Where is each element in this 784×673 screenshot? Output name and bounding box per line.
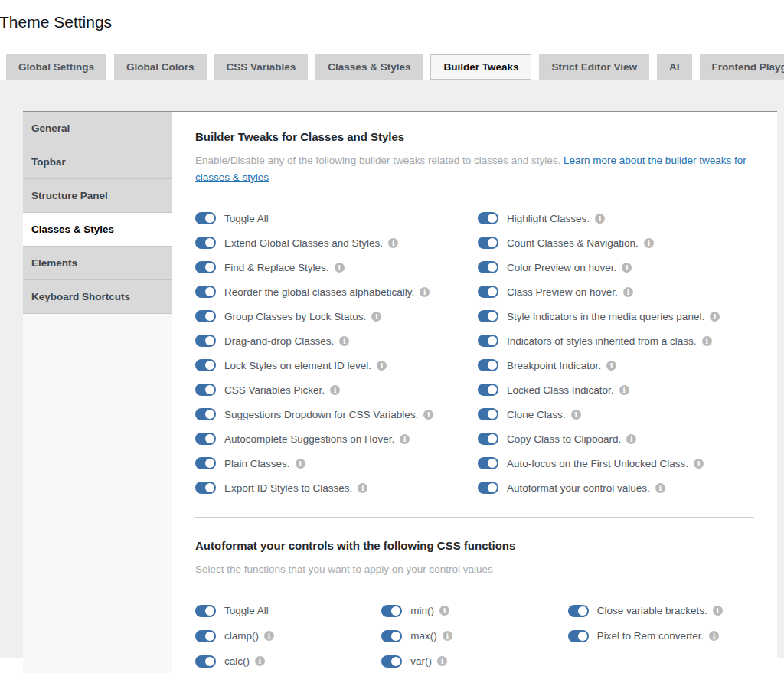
toggle-switch[interactable] <box>195 335 216 347</box>
toggle-label: Suggestions Dropdown for CSS Variables. <box>224 409 418 420</box>
info-icon[interactable]: i <box>595 214 605 224</box>
toggle-switch[interactable] <box>478 237 498 249</box>
toggle-label: Highlight Classes. <box>507 213 590 224</box>
sidebar-item-keyboard-shortcuts[interactable]: Keyboard Shortcuts <box>23 280 172 314</box>
toggle-label: Count Classes & Navigation. <box>507 237 639 249</box>
toggle-switch[interactable] <box>478 433 498 445</box>
tab-global-settings[interactable]: Global Settings <box>6 54 106 80</box>
toggle-row-export-id-styles-to-classes: Export ID Styles to Classes.i <box>195 475 472 500</box>
toggle-switch[interactable] <box>195 310 216 322</box>
toggle-switch[interactable] <box>195 212 216 224</box>
info-icon[interactable]: i <box>437 656 447 666</box>
toggle-row-reorder-the-global-classes-alphabetically: Reorder the global classes alphabeticall… <box>195 279 472 304</box>
info-icon[interactable]: i <box>377 361 387 371</box>
sidebar-item-structure-panel[interactable]: Structure Panel <box>23 179 172 213</box>
autoformat-section: Autoformat your controls with the follow… <box>195 539 754 673</box>
info-icon[interactable]: i <box>702 336 712 346</box>
toggle-switch[interactable] <box>195 237 216 249</box>
sidebar-item-topbar[interactable]: Topbar <box>23 145 172 179</box>
info-icon[interactable]: i <box>330 385 340 395</box>
toggle-label: Drag-and-drop Classes. <box>224 335 334 347</box>
toggle-switch[interactable] <box>478 335 498 347</box>
settings-content: Builder Tweaks for Classes and Styles En… <box>172 112 777 673</box>
sidebar-item-general[interactable]: General <box>23 112 172 145</box>
toggle-switch[interactable] <box>381 630 402 642</box>
toggle-switch[interactable] <box>478 359 498 371</box>
info-icon[interactable]: i <box>713 606 723 616</box>
tab-builder-tweaks[interactable]: Builder Tweaks <box>430 54 531 80</box>
toggle-row-plain-classes: Plain Classes.i <box>195 451 472 475</box>
toggle-switch[interactable] <box>195 655 216 668</box>
toggle-row-close-variable-brackets: Close variable brackets.i <box>568 598 754 623</box>
info-icon[interactable]: i <box>388 238 398 248</box>
tab-ai[interactable]: AI <box>657 54 692 80</box>
info-icon[interactable]: i <box>619 385 629 395</box>
tab-css-variables[interactable]: CSS Variables <box>214 54 309 80</box>
toggle-switch[interactable] <box>195 433 216 445</box>
toggle-switch[interactable] <box>195 286 216 298</box>
toggle-label: Toggle All <box>224 213 269 224</box>
toggle-switch[interactable] <box>568 605 589 617</box>
autoformat-toggle-grid: Toggle Allclamp()icalc()imin()imax()ivar… <box>195 598 754 673</box>
info-icon[interactable]: i <box>439 606 449 616</box>
info-icon[interactable]: i <box>623 287 633 297</box>
toggle-switch[interactable] <box>478 408 498 420</box>
toggle-switch[interactable] <box>478 384 498 396</box>
toggle-label: Color Preview on hover. <box>507 262 616 273</box>
tab-strict-editor-view[interactable]: Strict Editor View <box>539 54 649 80</box>
toggle-switch[interactable] <box>381 605 402 617</box>
toggle-switch[interactable] <box>195 482 216 494</box>
toggle-label: var() <box>410 655 432 667</box>
info-icon[interactable]: i <box>626 434 636 444</box>
info-icon[interactable]: i <box>709 631 719 641</box>
section-description: Enable/Disable any of the following buil… <box>195 152 754 186</box>
info-icon[interactable]: i <box>339 336 349 346</box>
toggle-knob <box>205 361 214 370</box>
toggle-label: Group Classes by Lock Status. <box>224 311 366 322</box>
toggle-switch[interactable] <box>478 261 498 273</box>
info-icon[interactable]: i <box>255 656 265 666</box>
info-icon[interactable]: i <box>655 483 665 493</box>
sidebar-item-classes-styles[interactable]: Classes & Styles <box>23 213 172 247</box>
toggle-knob <box>205 263 214 272</box>
toggle-switch[interactable] <box>478 212 498 224</box>
toggle-switch[interactable] <box>195 359 216 371</box>
toggle-switch[interactable] <box>478 310 498 322</box>
toggle-switch[interactable] <box>195 457 216 469</box>
info-icon[interactable]: i <box>400 434 410 444</box>
toggle-switch[interactable] <box>478 457 498 469</box>
toggle-switch[interactable] <box>195 384 216 396</box>
toggle-switch[interactable] <box>478 286 498 298</box>
toggle-switch[interactable] <box>568 630 589 642</box>
toggle-switch[interactable] <box>478 482 498 494</box>
toggle-knob <box>488 410 497 419</box>
info-icon[interactable]: i <box>443 631 452 641</box>
tab-classes-styles[interactable]: Classes & Styles <box>315 54 423 80</box>
info-icon[interactable]: i <box>296 459 305 469</box>
info-icon[interactable]: i <box>264 631 274 641</box>
toggle-row-min: min()i <box>381 598 567 623</box>
sidebar-item-elements[interactable]: Elements <box>23 247 172 280</box>
info-icon[interactable]: i <box>644 238 654 248</box>
info-icon[interactable]: i <box>423 410 433 420</box>
info-icon[interactable]: i <box>371 312 381 322</box>
toggle-switch[interactable] <box>195 261 216 273</box>
section-description-text: Enable/Disable any of the following buil… <box>195 155 564 166</box>
toggle-switch[interactable] <box>195 408 216 420</box>
info-icon[interactable]: i <box>358 483 368 493</box>
toggle-label: Autocomplete Suggestions on Hover. <box>224 433 394 445</box>
info-icon[interactable]: i <box>710 312 720 322</box>
info-icon[interactable]: i <box>606 361 616 371</box>
tab-global-colors[interactable]: Global Colors <box>114 54 207 80</box>
toggle-row-clamp: clamp()i <box>195 623 381 648</box>
tab-frontend-playground[interactable]: Frontend Playground <box>700 54 784 80</box>
info-icon[interactable]: i <box>622 263 632 273</box>
info-icon[interactable]: i <box>694 459 704 469</box>
info-icon[interactable]: i <box>571 410 581 420</box>
toggle-knob <box>205 214 214 223</box>
toggle-switch[interactable] <box>381 655 402 668</box>
info-icon[interactable]: i <box>420 287 430 297</box>
toggle-switch[interactable] <box>195 630 216 642</box>
toggle-switch[interactable] <box>195 605 216 617</box>
info-icon[interactable]: i <box>335 263 345 273</box>
